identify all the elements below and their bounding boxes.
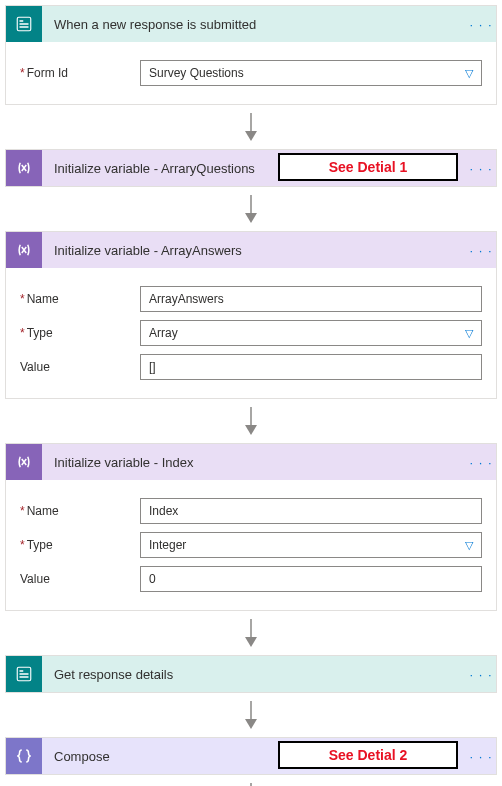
value-label: Value xyxy=(20,360,140,374)
init-questions-header[interactable]: Initialize variable - ArraryQuestions Se… xyxy=(6,150,496,186)
name-label: Name xyxy=(20,504,140,518)
compose-step: Compose See Detial 2 · · · xyxy=(5,737,497,775)
svg-rect-5 xyxy=(20,26,29,28)
connector-arrow xyxy=(5,775,497,786)
formid-label: Form Id xyxy=(20,66,140,80)
variable-icon xyxy=(6,150,42,186)
name-row: Name Index xyxy=(20,498,482,524)
connector-arrow xyxy=(5,611,497,655)
value-label: Value xyxy=(20,572,140,586)
name-input[interactable]: Index xyxy=(140,498,482,524)
value-row: Value [] xyxy=(20,354,482,380)
more-button[interactable]: · · · xyxy=(466,161,496,176)
chevron-down-icon: ▽ xyxy=(465,327,473,340)
more-button[interactable]: · · · xyxy=(466,243,496,258)
data-operation-icon xyxy=(6,738,42,774)
svg-rect-7 xyxy=(20,670,24,672)
init-index-body: Name Index Type Integer ▽ Value 0 xyxy=(6,480,496,610)
variable-icon xyxy=(6,444,42,480)
name-row: Name ArrayAnswers xyxy=(20,286,482,312)
type-label: Type xyxy=(20,538,140,552)
get-response-title: Get response details xyxy=(42,667,466,682)
type-label: Type xyxy=(20,326,140,340)
formid-row: Form Id Survey Questions ▽ xyxy=(20,60,482,86)
init-answers-body: Name ArrayAnswers Type Array ▽ Value [] xyxy=(6,268,496,398)
chevron-down-icon: ▽ xyxy=(465,67,473,80)
init-index-title: Initialize variable - Index xyxy=(42,455,466,470)
value-value: [] xyxy=(149,360,156,374)
connector-arrow xyxy=(5,187,497,231)
init-index-step: Initialize variable - Index · · · Name I… xyxy=(5,443,497,611)
svg-rect-9 xyxy=(20,676,29,678)
type-row: Type Array ▽ xyxy=(20,320,482,346)
init-questions-step: Initialize variable - ArraryQuestions Se… xyxy=(5,149,497,187)
trigger-header[interactable]: When a new response is submitted · · · xyxy=(6,6,496,42)
get-response-header[interactable]: Get response details · · · xyxy=(6,656,496,692)
init-answers-step: Initialize variable - ArrayAnswers · · ·… xyxy=(5,231,497,399)
type-select[interactable]: Array ▽ xyxy=(140,320,482,346)
svg-rect-4 xyxy=(20,23,29,25)
more-button[interactable]: · · · xyxy=(466,667,496,682)
type-value: Integer xyxy=(149,538,186,552)
variable-icon xyxy=(6,232,42,268)
formid-value: Survey Questions xyxy=(149,66,244,80)
value-row: Value 0 xyxy=(20,566,482,592)
compose-header[interactable]: Compose See Detial 2 · · · xyxy=(6,738,496,774)
more-button[interactable]: · · · xyxy=(466,455,496,470)
name-label: Name xyxy=(20,292,140,306)
detail-badge-2: See Detial 2 xyxy=(278,741,458,769)
name-value: Index xyxy=(149,504,178,518)
get-response-step: Get response details · · · xyxy=(5,655,497,693)
connector-arrow xyxy=(5,105,497,149)
trigger-body: Form Id Survey Questions ▽ xyxy=(6,42,496,104)
value-value: 0 xyxy=(149,572,156,586)
formid-select[interactable]: Survey Questions ▽ xyxy=(140,60,482,86)
svg-rect-3 xyxy=(20,20,24,22)
forms-icon xyxy=(6,656,42,692)
chevron-down-icon: ▽ xyxy=(465,539,473,552)
value-input[interactable]: [] xyxy=(140,354,482,380)
init-index-header[interactable]: Initialize variable - Index · · · xyxy=(6,444,496,480)
init-answers-title: Initialize variable - ArrayAnswers xyxy=(42,243,466,258)
trigger-title: When a new response is submitted xyxy=(42,17,466,32)
type-row: Type Integer ▽ xyxy=(20,532,482,558)
type-select[interactable]: Integer ▽ xyxy=(140,532,482,558)
more-button[interactable]: · · · xyxy=(466,749,496,764)
name-input[interactable]: ArrayAnswers xyxy=(140,286,482,312)
connector-arrow xyxy=(5,693,497,737)
name-value: ArrayAnswers xyxy=(149,292,224,306)
detail-badge-1: See Detial 1 xyxy=(278,153,458,181)
more-button[interactable]: · · · xyxy=(466,17,496,32)
init-answers-header[interactable]: Initialize variable - ArrayAnswers · · · xyxy=(6,232,496,268)
trigger-step: When a new response is submitted · · · F… xyxy=(5,5,497,105)
type-value: Array xyxy=(149,326,178,340)
connector-arrow xyxy=(5,399,497,443)
forms-icon xyxy=(6,6,42,42)
value-input[interactable]: 0 xyxy=(140,566,482,592)
svg-rect-8 xyxy=(20,673,29,675)
